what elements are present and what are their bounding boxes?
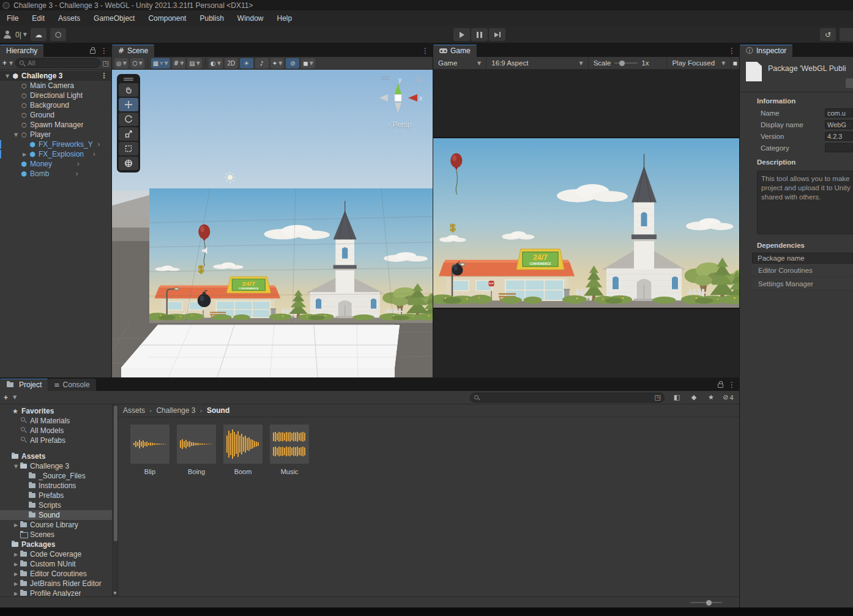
lock-icon[interactable] bbox=[90, 50, 95, 54]
project-menu-kebab[interactable]: ⋮ bbox=[728, 380, 736, 389]
menu-item[interactable]: Edit bbox=[25, 12, 51, 25]
gizmo-lock-icon[interactable] bbox=[417, 77, 421, 81]
tab-project[interactable]: Project bbox=[0, 379, 48, 391]
project-tree-row[interactable]: Scripts bbox=[0, 500, 112, 510]
hierarchy-search[interactable] bbox=[15, 58, 100, 68]
tab-game[interactable]: Game bbox=[433, 45, 477, 57]
asset-item-music[interactable]: Music bbox=[270, 425, 309, 475]
expand-arrow[interactable]: ▶ bbox=[12, 522, 20, 528]
palette-drag-handle[interactable] bbox=[119, 76, 138, 82]
inspector-field-input[interactable] bbox=[825, 120, 853, 129]
project-tree-row[interactable]: Prefabs bbox=[0, 491, 112, 500]
game-menu-kebab[interactable]: ⋮ bbox=[728, 46, 736, 55]
game-bar-overflow[interactable]: ◼ bbox=[731, 57, 739, 69]
tab-console[interactable]: ≡Console bbox=[48, 379, 95, 391]
project-tree-row[interactable]: ▶ Profile Analyzer bbox=[0, 588, 112, 596]
inspector-field-input[interactable] bbox=[825, 108, 853, 117]
prefab-chevron-icon[interactable]: › bbox=[97, 140, 103, 149]
breadcrumb-assets[interactable]: Assets bbox=[123, 406, 145, 415]
layers-dropdown[interactable]: 0|▼ bbox=[15, 31, 27, 39]
hierarchy-row[interactable]: ▼ Challenge 3 ⋮ bbox=[0, 71, 111, 81]
project-tree-row[interactable]: ▶ JetBrains Rider Editor bbox=[0, 579, 112, 588]
tab-inspector[interactable]: ⓘInspector bbox=[740, 45, 792, 57]
breadcrumb-sound[interactable]: Sound bbox=[207, 406, 229, 415]
hierarchy-row[interactable]: Directional Light bbox=[0, 91, 111, 100]
tab-hierarchy[interactable]: Hierarchy bbox=[0, 45, 43, 57]
scene-lighting-button[interactable]: ☀ bbox=[240, 58, 253, 69]
transform-tool-button[interactable] bbox=[119, 157, 138, 170]
hierarchy-row[interactable]: FX_Fireworks_Y › bbox=[0, 139, 111, 149]
expand-arrow[interactable]: ▶ bbox=[12, 562, 20, 567]
project-tree-row[interactable]: ▶ Code Coverage bbox=[0, 549, 112, 559]
menu-item[interactable]: Window bbox=[231, 12, 270, 25]
project-tree-row[interactable]: ▶ Editor Coroutines bbox=[0, 569, 112, 579]
asset-item-boom[interactable]: Boom bbox=[223, 425, 263, 475]
hierarchy-row[interactable]: Spawn Manager bbox=[0, 120, 111, 130]
breadcrumb-challenge3[interactable]: Challenge 3 bbox=[156, 406, 195, 415]
tab-scene[interactable]: #Scene bbox=[112, 45, 154, 57]
project-tree-row[interactable]: Packages bbox=[0, 540, 112, 549]
project-search-input[interactable] bbox=[482, 394, 652, 401]
scene-audio-button[interactable]: ♪ bbox=[255, 58, 269, 69]
scene-menu-kebab[interactable]: ⋮ bbox=[422, 46, 429, 55]
hierarchy-row[interactable]: Main Camera bbox=[0, 81, 111, 91]
project-tree-row[interactable]: Sound bbox=[0, 510, 112, 520]
prefab-chevron-icon[interactable]: › bbox=[93, 150, 99, 158]
asset-item-boing[interactable]: Boing bbox=[177, 425, 216, 475]
hierarchy-row[interactable]: Money › bbox=[0, 159, 111, 169]
project-tree-row[interactable]: ▶ Course Library bbox=[0, 520, 112, 530]
hierarchy-row[interactable]: ▶ FX_Explosion › bbox=[0, 149, 111, 159]
2d-toggle-button[interactable]: 2D bbox=[225, 58, 238, 69]
project-tree-row[interactable]: ▼ Challenge 3 bbox=[0, 461, 112, 471]
prefab-chevron-icon[interactable]: › bbox=[75, 169, 81, 178]
camera-settings-button[interactable]: ◼▼ bbox=[301, 58, 315, 69]
expand-arrow[interactable]: ▶ bbox=[12, 581, 20, 587]
project-tree-row[interactable]: Scenes bbox=[0, 530, 112, 540]
project-tree-row[interactable]: All Models bbox=[0, 426, 112, 436]
description-textarea[interactable]: This tool allows you to make project and… bbox=[757, 171, 853, 234]
project-lock-icon[interactable] bbox=[718, 384, 723, 388]
project-tree-row[interactable]: All Prefabs bbox=[0, 436, 112, 445]
expand-arrow[interactable]: ▶ bbox=[12, 552, 20, 557]
plastic-scm-button[interactable]: ⬡ bbox=[50, 28, 66, 41]
expand-arrow[interactable]: ▶ bbox=[12, 591, 20, 596]
thumbnail-size-slider[interactable] bbox=[690, 602, 722, 603]
rect-tool-button[interactable] bbox=[119, 142, 138, 155]
project-tree-row[interactable]: Instructions bbox=[0, 481, 112, 491]
menu-item[interactable]: Component bbox=[141, 12, 193, 25]
project-tree-row[interactable]: All Materials bbox=[0, 416, 112, 426]
project-tree-scrollbar[interactable]: ▼ bbox=[112, 404, 117, 596]
menu-item[interactable]: Help bbox=[270, 12, 299, 25]
scrollbar-thumb[interactable] bbox=[114, 406, 117, 541]
dependency-row[interactable]: Settings Manager bbox=[752, 277, 853, 291]
inspector-field-input[interactable] bbox=[825, 143, 853, 152]
perspective-label[interactable]: ‹ Persp bbox=[376, 121, 423, 129]
rotate-tool-button[interactable] bbox=[119, 113, 138, 126]
hierarchy-menu-kebab[interactable]: ⋮ bbox=[100, 46, 108, 55]
hidden-packages-button[interactable]: ⊘4 bbox=[721, 392, 736, 403]
tool-handle-rotation-button[interactable]: ⬡▼ bbox=[130, 58, 144, 69]
dependency-row[interactable]: Editor Coroutines bbox=[752, 264, 853, 277]
scene-orientation-gizmo[interactable]: y x ‹ Persp bbox=[376, 75, 423, 129]
filter-by-type-button[interactable]: ◧ bbox=[669, 392, 684, 403]
expand-arrow[interactable]: ▼ bbox=[12, 464, 20, 469]
row-kebab[interactable]: ⋮ bbox=[100, 72, 111, 80]
scene-visibility-button[interactable]: ⊘ bbox=[286, 58, 299, 69]
aspect-ratio-dropdown[interactable]: 16:9 Aspect▼ bbox=[486, 57, 588, 69]
play-focused-dropdown[interactable]: Play Focused▼ bbox=[667, 57, 731, 69]
game-viewport[interactable] bbox=[433, 70, 739, 377]
account-icon[interactable] bbox=[2, 30, 12, 39]
open-button-clipped[interactable] bbox=[846, 78, 853, 88]
x-axis-cone[interactable] bbox=[408, 94, 417, 102]
increment-snap-button[interactable]: ▤▼ bbox=[187, 58, 202, 69]
hierarchy-row[interactable]: ▼ Player bbox=[0, 130, 111, 139]
search-everywhere-button[interactable] bbox=[840, 28, 853, 41]
expand-arrow[interactable]: ▶ bbox=[12, 571, 20, 577]
expand-arrow[interactable]: ▼ bbox=[4, 73, 11, 79]
effects-button[interactable]: ✦▼ bbox=[270, 58, 285, 69]
hierarchy-row[interactable]: Ground bbox=[0, 110, 111, 120]
project-tree-row[interactable]: Favorites bbox=[0, 406, 112, 416]
hierarchy-row[interactable]: Background bbox=[0, 100, 111, 110]
scale-tool-button[interactable] bbox=[119, 127, 138, 141]
prefab-chevron-icon[interactable]: › bbox=[77, 160, 83, 168]
